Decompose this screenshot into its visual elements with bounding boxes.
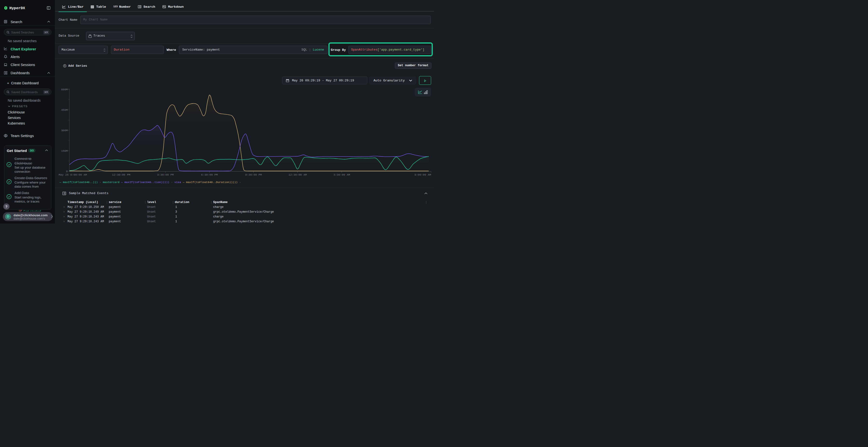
svg-text:0: 0: [66, 170, 68, 173]
svg-text:3:30:00 PM: 3:30:00 PM: [157, 173, 174, 176]
svg-text:600M: 600M: [61, 88, 68, 91]
svg-text:3:30:00 AM: 3:30:00 AM: [334, 173, 350, 176]
svg-text:May 26 9:00:00 AM: May 26 9:00:00 AM: [59, 173, 87, 176]
svg-text:300M: 300M: [61, 129, 68, 132]
svg-text:6:30:00 PM: 6:30:00 PM: [201, 173, 218, 176]
svg-text:12:30:00 AM: 12:30:00 AM: [289, 173, 307, 176]
svg-text:150M: 150M: [61, 149, 68, 152]
svg-text:9:00:00 AM: 9:00:00 AM: [414, 173, 431, 176]
svg-text:12:30:00 PM: 12:30:00 PM: [112, 173, 130, 176]
svg-text:9:30:00 PM: 9:30:00 PM: [245, 173, 262, 176]
svg-text:450M: 450M: [61, 108, 68, 111]
